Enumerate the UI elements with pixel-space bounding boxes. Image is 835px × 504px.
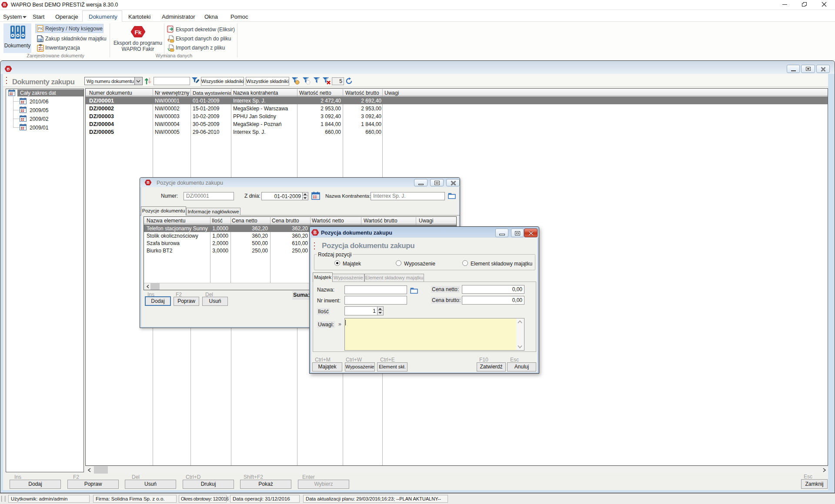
svg-text:B: B bbox=[147, 180, 150, 185]
svg-text:Fk: Fk bbox=[135, 29, 142, 36]
svg-text:PK: PK bbox=[38, 27, 43, 31]
svg-text:B: B bbox=[7, 66, 10, 71]
svg-text:B: B bbox=[314, 230, 317, 235]
svg-text:B: B bbox=[3, 3, 6, 7]
